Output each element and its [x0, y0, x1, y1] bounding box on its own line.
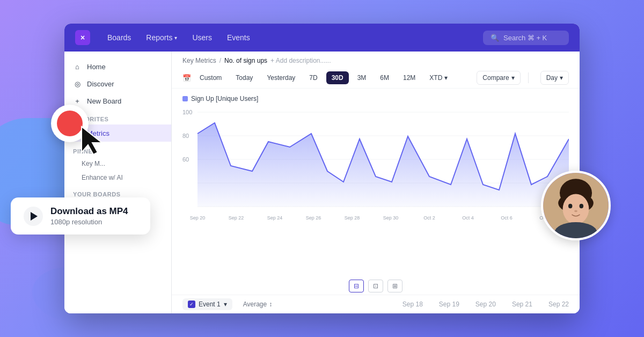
calendar-icon: 📅 [182, 74, 191, 82]
x-label-sep28: Sep 28 [345, 215, 360, 221]
nav-items: Boards Reports ▾ Users Events [101, 30, 483, 45]
cursor-arrow [79, 124, 112, 162]
sidebar-item-home[interactable]: ⌂ Home [64, 58, 171, 75]
x-label-sep24: Sep 24 [267, 215, 283, 221]
card-view-icon[interactable]: ⊞ [387, 280, 402, 292]
date-sep22: Sep 22 [548, 301, 569, 308]
xtd-chevron-icon: ▾ [444, 74, 448, 82]
y-label-80: 80 [182, 133, 189, 139]
legend-dot [182, 96, 188, 101]
day-button[interactable]: Day ▾ [540, 71, 569, 85]
plus-icon: + [73, 97, 82, 105]
view-icons-row: ⊟ ⊡ ⊞ [172, 277, 580, 295]
browser-window: × Boards Reports ▾ Users Events 🔍 Search… [64, 24, 580, 313]
x-label-sep22: Sep 22 [229, 215, 244, 221]
table-view-icon[interactable]: ⊟ [349, 280, 364, 292]
sidebar-item-enhance-ai[interactable]: Enhance w/ AI [64, 171, 171, 185]
svg-point-9 [563, 194, 589, 224]
yesterday-button[interactable]: Yesterday [261, 71, 301, 84]
date-sep20: Sep 20 [475, 301, 496, 308]
breadcrumb-current: No. of sign ups [224, 57, 267, 64]
discover-icon: ◎ [73, 79, 82, 88]
event-1-badge[interactable]: ✓ Event 1 ▾ [182, 298, 232, 310]
event-row: ✓ Event 1 ▾ Average ↕ Sep 18 Sep 19 Sep … [172, 295, 580, 313]
home-icon: ⌂ [73, 62, 82, 71]
svg-marker-5 [82, 127, 102, 155]
date-sep21: Sep 21 [512, 301, 532, 308]
breadcrumb: Key Metrics / No. of sign ups + Add desc… [172, 52, 580, 68]
date-sep19: Sep 19 [439, 301, 459, 308]
30d-button[interactable]: 30D [326, 71, 349, 84]
download-subtitle: 1080p resolution [50, 218, 128, 226]
3m-button[interactable]: 3M [352, 71, 372, 84]
event-chevron-icon: ▾ [224, 301, 227, 308]
line-chart-svg: 100 80 60 [182, 107, 569, 225]
add-description[interactable]: + Add description...... [270, 57, 331, 64]
sidebar-item-new-board[interactable]: + New Board [64, 92, 171, 109]
user-avatar [541, 171, 611, 240]
compare-button[interactable]: Compare ▾ [477, 71, 520, 85]
y-label-100: 100 [182, 109, 192, 115]
chart-area-fill [197, 123, 569, 207]
sidebar: ⌂ Home ◎ Discover + New Board Favorites … [64, 52, 172, 313]
custom-range-button[interactable]: Custom [194, 71, 227, 84]
12m-button[interactable]: 12M [398, 71, 421, 84]
event-dates: Sep 18 Sep 19 Sep 20 Sep 21 Sep 22 [283, 301, 569, 308]
play-icon-circle[interactable] [24, 207, 43, 226]
main-content: Key Metrics / No. of sign ups + Add desc… [172, 52, 580, 313]
download-tooltip: Download as MP4 1080p resolution [11, 197, 150, 235]
app-body: ⌂ Home ◎ Discover + New Board Favorites … [64, 52, 580, 313]
toolbar-divider [528, 72, 529, 83]
date-range-toolbar: 📅 Custom Today Yesterday 7D 30D 3M 6M 12… [172, 68, 580, 89]
sort-icon: ↕ [269, 301, 272, 308]
y-label-60: 60 [182, 156, 189, 163]
date-sep18: Sep 18 [402, 301, 423, 308]
event-checkbox[interactable]: ✓ [188, 301, 195, 308]
download-title: Download as MP4 [50, 206, 128, 217]
nav-boards[interactable]: Boards [101, 30, 137, 45]
svg-point-10 [568, 204, 573, 208]
xtd-button[interactable]: XTD ▾ [424, 71, 453, 84]
nav-events[interactable]: Events [221, 30, 257, 45]
day-chevron-icon: ▾ [560, 74, 563, 82]
search-icon: 🔍 [491, 34, 499, 42]
search-bar[interactable]: 🔍 Search ⌘ + K [483, 31, 569, 45]
6m-button[interactable]: 6M [375, 71, 394, 84]
play-triangle-icon [31, 212, 38, 221]
svg-point-12 [574, 210, 577, 212]
average-button[interactable]: Average ↕ [243, 301, 272, 308]
sidebar-item-discover[interactable]: ◎ Discover [64, 75, 171, 92]
download-text-block: Download as MP4 1080p resolution [50, 206, 128, 226]
nav-users[interactable]: Users [186, 30, 218, 45]
x-label-sep26: Sep 26 [306, 215, 321, 221]
x-label-oct2: Oct 2 [423, 215, 435, 221]
legend-label: Sign Up [Unique Users] [191, 95, 258, 102]
cursor-svg [79, 124, 106, 157]
x-label-sep20: Sep 20 [190, 215, 206, 221]
svg-point-11 [580, 204, 584, 208]
breadcrumb-separator: / [219, 57, 221, 64]
today-button[interactable]: Today [230, 71, 258, 84]
logo[interactable]: × [75, 30, 90, 45]
x-label-oct6: Oct 6 [501, 215, 513, 221]
nav-reports[interactable]: Reports ▾ [140, 30, 184, 45]
top-navigation: × Boards Reports ▾ Users Events 🔍 Search… [64, 24, 580, 52]
chart-container: 100 80 60 [182, 107, 569, 225]
chart-legend: Sign Up [Unique Users] [182, 95, 569, 102]
breadcrumb-parent[interactable]: Key Metrics [182, 57, 216, 64]
grid-view-icon[interactable]: ⊡ [368, 280, 383, 292]
7d-button[interactable]: 7D [304, 71, 323, 84]
reports-chevron-icon: ▾ [174, 35, 177, 41]
x-label-oct4: Oct 4 [462, 215, 474, 221]
avatar-svg [543, 171, 609, 240]
compare-chevron-icon: ▾ [511, 74, 515, 82]
record-indicator [57, 111, 83, 136]
chart-area: Sign Up [Unique Users] 100 80 60 [172, 89, 580, 277]
x-label-sep30: Sep 30 [383, 215, 399, 221]
